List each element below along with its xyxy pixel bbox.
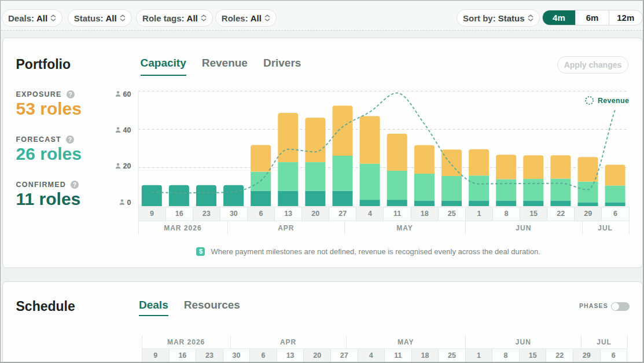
svg-text:40: 40 (123, 126, 131, 134)
svg-text:0: 0 (127, 199, 131, 207)
svg-text:20: 20 (123, 162, 131, 170)
svg-text:60: 60 (123, 90, 131, 98)
svg-text:Revenue: Revenue (598, 97, 629, 105)
